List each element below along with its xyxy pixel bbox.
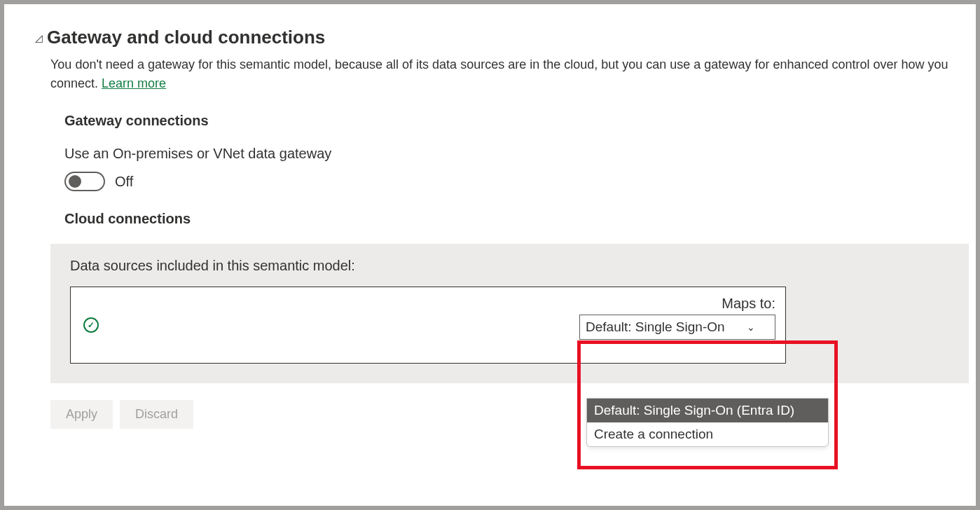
gateway-toggle-label: Use an On-premises or VNet data gateway [64, 146, 969, 162]
cloud-panel: Data sources included in this semantic m… [50, 244, 969, 383]
gateway-connections-title: Gateway connections [64, 113, 969, 129]
maps-to-label: Maps to: [722, 296, 775, 312]
check-circle-icon: ✓ [83, 317, 99, 333]
dropdown-selected-value: Default: Single Sign-On [586, 319, 725, 335]
dropdown-option-sso[interactable]: Default: Single Sign-On (Entra ID) [587, 399, 828, 422]
cloud-connections-title: Cloud connections [64, 211, 969, 227]
section-description: You don't need a gateway for this semant… [50, 55, 969, 93]
gateway-toggle-state: Off [115, 174, 133, 190]
dropdown-option-create[interactable]: Create a connection [587, 422, 828, 446]
chevron-down-icon: ⌄ [747, 322, 755, 333]
data-sources-label: Data sources included in this semantic m… [70, 258, 949, 274]
discard-button[interactable]: Discard [120, 400, 193, 429]
description-text: You don't need a gateway for this semant… [50, 57, 948, 90]
apply-button[interactable]: Apply [50, 400, 113, 429]
toggle-knob-icon [69, 175, 81, 188]
maps-to-dropdown-menu: Default: Single Sign-On (Entra ID) Creat… [586, 398, 829, 447]
maps-to-dropdown[interactable]: Default: Single Sign-On ⌄ [579, 315, 775, 340]
learn-more-link[interactable]: Learn more [102, 76, 166, 90]
section-title: Gateway and cloud connections [47, 27, 325, 48]
collapse-icon[interactable]: ◿ [35, 32, 43, 43]
data-source-row: ✓ Maps to: Default: Single Sign-On ⌄ [70, 287, 786, 364]
gateway-toggle[interactable] [64, 172, 105, 191]
